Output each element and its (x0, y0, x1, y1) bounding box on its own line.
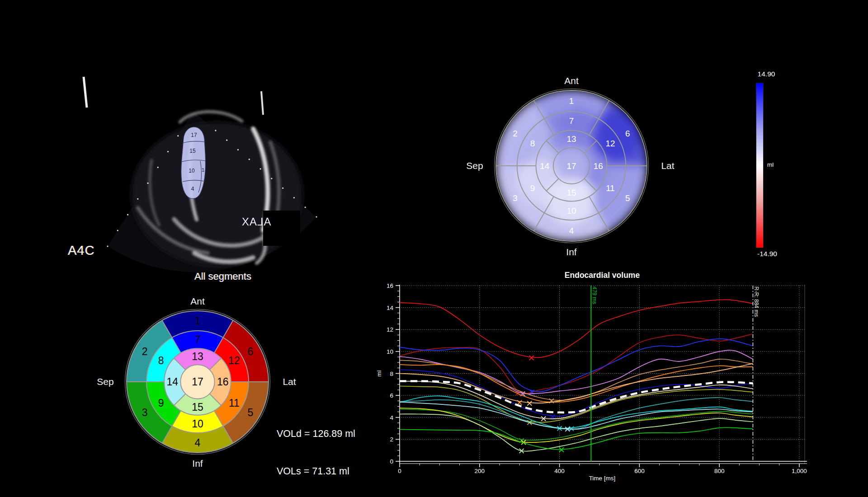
y-tick-label: 2 (390, 436, 393, 443)
segment-number-6: 6 (248, 346, 254, 357)
segment-number-12: 12 (605, 139, 615, 148)
endocardial-volume-chart[interactable]: 024681012141602004006008001,000Time [ms]… (362, 265, 818, 492)
all-segments-title: All segments (182, 271, 264, 282)
curve-segment-15[interactable] (400, 414, 753, 451)
orientation-inf: Inf (192, 458, 203, 469)
segment-number-17: 17 (566, 161, 576, 171)
segment-number-1: 1 (195, 315, 201, 327)
es-marker-segment-16 (527, 401, 532, 406)
overlay-segment-number: 17 (191, 132, 197, 138)
segment-number-6: 6 (625, 129, 630, 138)
caliper-dot (137, 198, 138, 200)
colorbar (756, 83, 764, 248)
caliper-dot (259, 168, 261, 169)
segment-number-9: 9 (530, 183, 535, 193)
echo-analysis-screen: 17151041 A4C ALAX All segments VOLd = 12… (0, 0, 868, 497)
colorbar-max-label: 14.90 (748, 70, 784, 78)
caliper-dot (316, 216, 317, 217)
segment-number-17: 17 (192, 376, 203, 388)
segment-number-14: 14 (166, 376, 178, 388)
x-axis-title: Time [ms] (589, 475, 616, 482)
y-tick-label: 8 (390, 370, 393, 377)
segment-number-10: 10 (566, 206, 576, 216)
segment-number-9: 9 (158, 397, 164, 409)
segment-number-16: 16 (594, 161, 603, 171)
curve-segment-4[interactable] (400, 386, 753, 422)
caliper-dot (293, 197, 295, 198)
y-tick-label: 6 (390, 392, 393, 399)
caliper-dot (271, 178, 272, 179)
segment-number-7: 7 (195, 334, 201, 346)
x-tick-label: 600 (634, 468, 645, 474)
segment-number-12: 12 (228, 355, 240, 366)
orientation-inf: Inf (566, 247, 577, 257)
caliper-dot (282, 188, 283, 189)
segment-number-4: 4 (195, 437, 201, 449)
view-label-alax-mirrored: ALAX (241, 216, 271, 228)
segment-number-3: 3 (513, 193, 518, 203)
reverb-artifact (84, 77, 87, 108)
segment-number-2: 2 (513, 129, 518, 138)
overlay-segment-number: 15 (189, 148, 196, 154)
y-tick-label: 0 (390, 458, 393, 465)
y-tick-label: 10 (387, 348, 393, 355)
caliper-dot (215, 130, 216, 131)
orientation-lat: Lat (661, 160, 674, 171)
caliper-dot (147, 183, 148, 184)
segment-number-13: 13 (192, 351, 203, 362)
view-label-a4c: A4C (68, 243, 94, 258)
es-marker-segment-1 (551, 415, 555, 419)
segment-number-11: 11 (229, 397, 240, 409)
caliper-dot (177, 135, 179, 136)
segment-bullseye[interactable]: 1234567891011121314151617AntInfSepLat (68, 285, 330, 479)
overlay-segment-number: 10 (189, 168, 195, 174)
segment-number-5: 5 (625, 193, 630, 203)
x-tick-label: 200 (475, 468, 485, 474)
x-tick-label: 1,000 (792, 468, 807, 474)
curve-segment-16[interactable] (400, 364, 753, 403)
reverb-artifact (261, 91, 263, 115)
overlay-segment-number: 4 (191, 186, 194, 192)
segment-number-11: 11 (606, 183, 615, 193)
segment-number-2: 2 (142, 346, 148, 357)
caliper-dot (237, 149, 239, 150)
segment-number-15: 15 (566, 188, 576, 197)
segment-number-1: 1 (569, 96, 574, 106)
y-tick-label: 4 (390, 414, 393, 421)
segment-number-8: 8 (158, 355, 164, 366)
y-tick-label: 16 (387, 282, 393, 289)
x-tick-label: 400 (554, 468, 565, 474)
y-axis-title: ml (376, 370, 382, 376)
orientation-ant: Ant (564, 75, 579, 86)
caliper-dot (167, 151, 169, 152)
event-line-label: 479 ms (591, 286, 598, 304)
caliper-dot (249, 159, 250, 160)
chart-title: Endocardial volume (565, 271, 640, 280)
segment-number-8: 8 (530, 139, 535, 148)
ultrasound-panel[interactable]: 17151041 (59, 59, 348, 276)
caliper-dot (117, 230, 118, 231)
curve-segment-9[interactable] (400, 427, 753, 450)
segment-overlay-glyph[interactable]: 17151041 (181, 127, 206, 198)
caliper-dot (127, 214, 128, 216)
curve-segment-5[interactable] (400, 359, 753, 400)
orientation-ant: Ant (190, 296, 205, 306)
segment-number-3: 3 (142, 407, 148, 418)
overlay-segment-number: 1 (202, 167, 204, 173)
segment-number-14: 14 (540, 161, 550, 171)
event-line-label: R-R: 884 ms (753, 286, 760, 317)
colorbar-min-label: -14.90 (747, 250, 788, 258)
segment-number-5: 5 (248, 407, 254, 418)
segment-number-15: 15 (192, 401, 203, 413)
y-tick-label: 12 (387, 326, 393, 333)
x-tick-label: 0 (398, 468, 401, 474)
segment-number-16: 16 (217, 376, 229, 388)
x-tick-label: 800 (714, 468, 725, 474)
es-marker-segment-12 (529, 356, 534, 360)
parametric-bullseye[interactable]: 1234567891011121314151617AntInfSepLat (466, 72, 678, 262)
orientation-sep: Sep (97, 376, 113, 387)
ultrasound-image: 17151041 (59, 59, 348, 276)
colorbar-unit-label: ml (767, 161, 774, 168)
y-tick-label: 14 (387, 305, 394, 311)
segment-number-10: 10 (192, 418, 203, 430)
